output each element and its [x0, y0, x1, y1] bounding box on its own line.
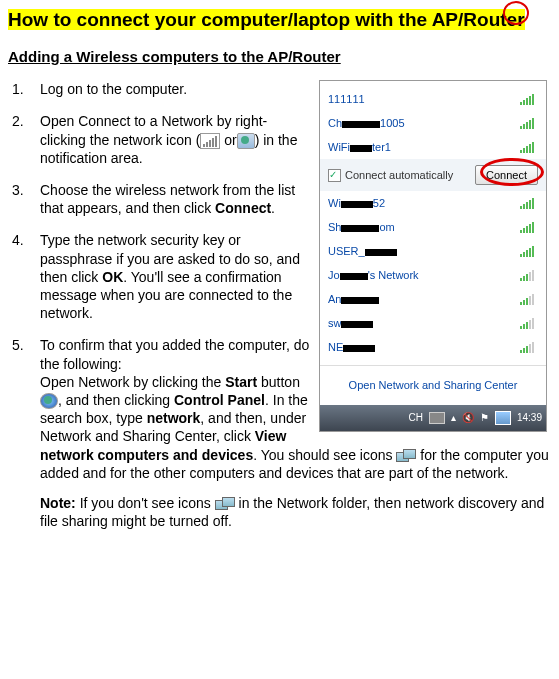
note-block: Note: If you don't see icons in the Netw… — [40, 494, 551, 530]
step-3: Choose the wireless network from the lis… — [8, 181, 551, 217]
computer-icon — [215, 497, 235, 511]
step-4: Type the network security key or passphr… — [8, 231, 551, 322]
computer-icon — [396, 449, 416, 463]
wifi-signal-icon — [200, 133, 220, 149]
start-orb-icon — [40, 393, 58, 409]
globe-network-icon — [237, 133, 255, 149]
steps-list: Log on to the computer. Open Connect to … — [8, 80, 551, 530]
step-1: Log on to the computer. — [8, 80, 551, 98]
section-heading: Adding a Wireless computers to the AP/Ro… — [8, 47, 551, 67]
auto-connect-checkbox[interactable] — [328, 169, 341, 182]
step-2: Open Connect to a Network by right-click… — [8, 112, 551, 167]
step-5: To confirm that you added the computer, … — [8, 336, 551, 530]
page-title: How to connect your computer/laptop with… — [8, 8, 551, 33]
